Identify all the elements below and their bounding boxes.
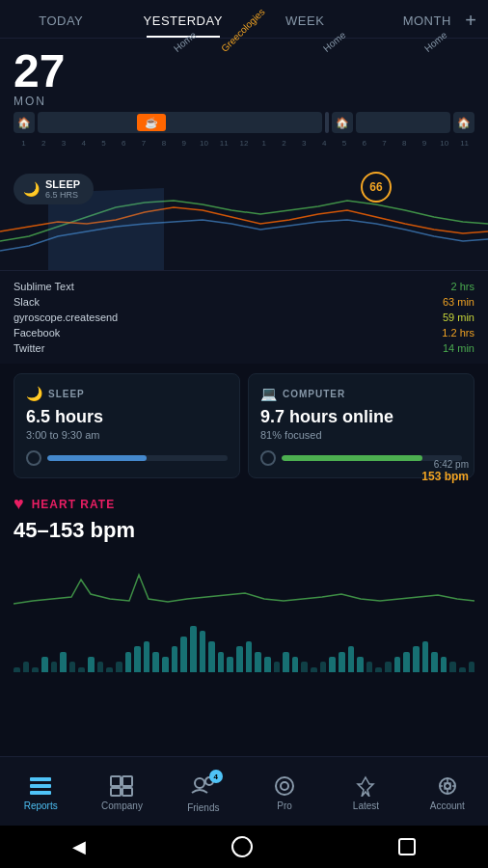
score-circle: 66 [361, 172, 392, 203]
bar-item [311, 667, 317, 672]
hour-11pm: 11 [454, 139, 474, 154]
app-list: Sublime Text 2 hrs Slack 63 min gyroscop… [0, 270, 488, 364]
app-row-gyroscope: gyroscope.createsend 59 min [14, 310, 474, 325]
bar-item [413, 646, 420, 672]
computer-card-header: 💻 COMPUTER [260, 386, 462, 401]
nav-company[interactable]: Company [81, 765, 162, 822]
bar-item [208, 641, 215, 672]
svg-point-10 [276, 777, 293, 795]
bar-item [329, 657, 336, 672]
hour-8: 8 [153, 139, 174, 154]
nav-friends-label: Friends [187, 802, 219, 813]
bar-item [88, 657, 95, 672]
bar-item [348, 646, 355, 672]
svg-marker-12 [358, 777, 373, 797]
nav-pro-label: Pro [277, 800, 292, 811]
timeline-home-icon3: 🏠 [453, 112, 474, 133]
svg-rect-2 [30, 784, 51, 788]
sleep-card-value: 6.5 hours [26, 407, 228, 427]
timeline-home-icon2: 🏠 [332, 112, 353, 133]
nav-account[interactable]: Account [407, 765, 488, 822]
heart-label-row: ♥ HEART RATE [14, 494, 474, 514]
bar-item [422, 641, 429, 672]
tab-month[interactable]: MONTH [366, 0, 489, 38]
bar-item [431, 652, 438, 672]
android-nav: ◀ [0, 826, 488, 868]
hour-11: 11 [214, 139, 234, 154]
heart-icon: ♥ [14, 494, 24, 514]
bar-item [41, 657, 48, 672]
heart-section: 6:42 pm 153 bpm ♥ HEART RATE 45–153 bpm [0, 488, 488, 618]
friends-badge-container: 4 [190, 773, 217, 799]
computer-card-label: COMPUTER [283, 389, 345, 399]
bar-item [152, 652, 159, 672]
bar-item [449, 662, 456, 672]
android-home[interactable] [231, 836, 253, 857]
bar-item [227, 657, 233, 672]
sleep-badge: 🌙 SLEEP 6.5 HRS [14, 174, 94, 204]
tab-today[interactable]: TODAY [0, 0, 122, 38]
heart-rate-value: 45–153 bpm [14, 514, 474, 551]
hour-5: 5 [94, 139, 114, 154]
pro-icon [273, 775, 296, 797]
main-chart: 🌙 SLEEP 6.5 HRS 66 [0, 154, 488, 270]
nav-pro[interactable]: Pro [244, 765, 325, 822]
bar-item [320, 662, 327, 672]
computer-card-value: 9.7 hours online [260, 407, 462, 427]
sleep-card: 🌙 SLEEP 6.5 hours 3:00 to 9:30 am [14, 373, 240, 478]
nav-latest[interactable]: Latest [325, 765, 406, 822]
app-row-sublime: Sublime Text 2 hrs [14, 279, 474, 294]
app-time-gyroscope: 59 min [443, 312, 474, 323]
bar-item [459, 667, 466, 672]
bar-item [292, 657, 299, 672]
bottom-bars [0, 618, 488, 676]
app-name-sublime: Sublime Text [14, 281, 74, 292]
hour-10: 10 [194, 139, 214, 154]
hour-9pm: 9 [415, 139, 435, 154]
nav-account-label: Account [430, 800, 465, 811]
nav-reports[interactable]: Reports [0, 765, 81, 822]
bar-item [69, 662, 76, 672]
heart-rate-label: HEART RATE [32, 498, 115, 511]
app-row-twitter: Twitter 14 min [14, 340, 474, 356]
bar-item [385, 662, 392, 672]
bar-item [32, 667, 39, 672]
hour-4pm: 4 [314, 139, 335, 154]
nav-latest-label: Latest [353, 800, 379, 811]
svg-point-8 [195, 778, 204, 788]
hour-1: 1 [14, 139, 34, 154]
hour-10pm: 10 [434, 139, 454, 154]
bar-item [14, 667, 20, 672]
sleep-bar [47, 455, 228, 461]
nav-friends[interactable]: 4 Friends [163, 765, 244, 822]
chart-svg [0, 154, 488, 270]
hour-7: 7 [134, 139, 154, 154]
hour-3: 3 [54, 139, 74, 154]
bar-item [144, 641, 150, 672]
bottom-nav: Reports Company 4 Friends Pro [0, 756, 488, 826]
bar-item [339, 652, 345, 672]
latest-icon [356, 775, 375, 797]
bar-item [236, 646, 243, 672]
hour-4: 4 [73, 139, 94, 154]
reports-icon [28, 775, 53, 797]
timeline-track: ☕ [38, 112, 322, 133]
app-name-slack: Slack [14, 296, 40, 308]
app-time-facebook: 1.2 hrs [442, 327, 474, 339]
timeline-divider [325, 112, 329, 133]
bar-item [51, 662, 58, 672]
bar-item [78, 667, 85, 672]
tab-week[interactable]: WEEK [244, 0, 366, 38]
tab-yesterday[interactable]: YESTERDAY [122, 0, 245, 38]
hour-1pm: 1 [254, 139, 274, 154]
timeline-segment [356, 112, 450, 133]
hour-5pm: 5 [335, 139, 355, 154]
svg-rect-3 [30, 791, 51, 795]
android-recents[interactable] [398, 838, 416, 855]
bpm-callout-value: 153 bpm [421, 470, 469, 483]
android-back[interactable]: ◀ [72, 836, 86, 857]
bar-item [200, 631, 206, 672]
bar-item [246, 641, 253, 672]
bar-item [375, 667, 382, 672]
app-time-slack: 63 min [443, 296, 474, 308]
